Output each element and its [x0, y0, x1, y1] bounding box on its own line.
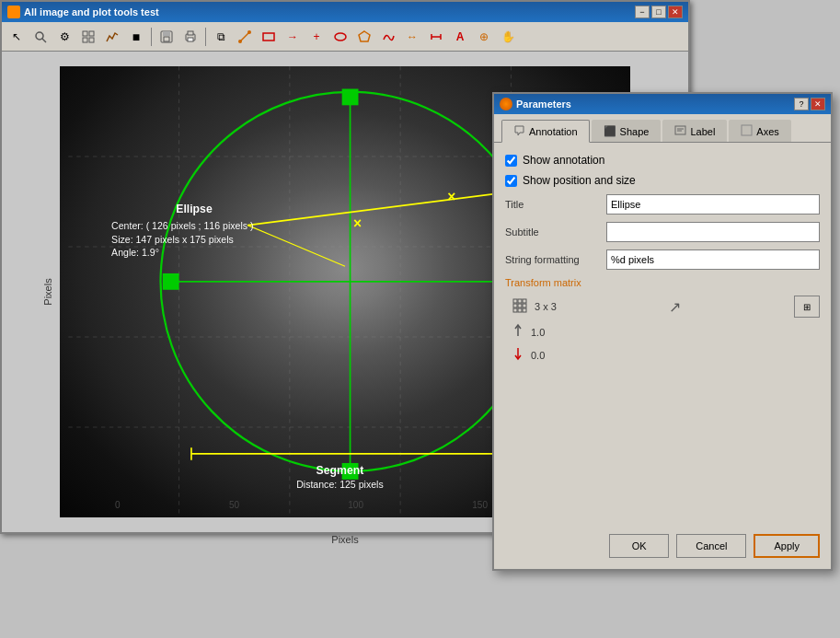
svg-point-16: [335, 33, 346, 41]
svg-rect-4: [83, 38, 87, 42]
show-annotation-label: Show annotation: [523, 154, 604, 167]
matrix-val2: 0.0: [531, 350, 545, 361]
svg-line-1: [42, 39, 46, 42]
tabs-row: Annotation ⬛ Shape Label Axes: [494, 114, 831, 143]
save-tool[interactable]: [155, 26, 178, 48]
magnify-tool[interactable]: [29, 26, 52, 48]
annotate-tool[interactable]: A: [449, 26, 471, 48]
svg-text:Size: 147 pixels x 175 pixels: Size: 147 pixels x 175 pixels: [111, 234, 234, 245]
line-tool[interactable]: [234, 26, 256, 48]
print-tool[interactable]: [179, 26, 201, 48]
x-tick-0: 0: [115, 500, 121, 510]
shape-tab-label: Shape: [620, 126, 650, 137]
string-formatting-label: String formatting: [505, 254, 606, 265]
settings-tool[interactable]: ⚙: [53, 26, 75, 48]
cross-tool[interactable]: +: [305, 26, 328, 48]
matrix-up-icon: [512, 323, 524, 341]
title-bar-left: All image and plot tools test: [7, 6, 159, 18]
tab-label[interactable]: Label: [662, 120, 727, 142]
transform-matrix-link[interactable]: Transform matrix: [505, 277, 820, 288]
measure-tool[interactable]: [425, 26, 447, 48]
color-tool[interactable]: ■: [125, 26, 147, 48]
svg-rect-54: [513, 299, 517, 303]
svg-rect-59: [523, 304, 526, 307]
svg-rect-10: [188, 31, 193, 35]
app-icon: [7, 6, 20, 18]
shape-tab-icon: ⬛: [604, 125, 616, 137]
matrix-expand-button[interactable]: ⊞: [794, 296, 820, 318]
params-dialog-icon: [500, 98, 512, 110]
cursor-tool[interactable]: ↖: [6, 26, 28, 48]
show-position-label: Show position and size: [523, 174, 636, 187]
cancel-button[interactable]: Cancel: [676, 534, 746, 558]
params-title-buttons: ? ✕: [794, 98, 825, 110]
maximize-button[interactable]: □: [651, 6, 666, 18]
freehand-tool[interactable]: [377, 26, 399, 48]
main-title-bar: All image and plot tools test − □ ✕: [2, 2, 688, 22]
ellipse-tool[interactable]: [329, 26, 351, 48]
svg-text:×: ×: [353, 215, 362, 231]
subtitle-input[interactable]: [606, 222, 820, 242]
poly-tool[interactable]: [353, 26, 375, 48]
matrix-grid-icon: [512, 298, 527, 316]
params-close-button[interactable]: ✕: [811, 98, 825, 110]
annotation-tab-icon: [513, 124, 525, 138]
show-annotation-row: Show annotation: [505, 154, 820, 167]
chart-tool[interactable]: [101, 26, 123, 48]
matrix-header: 3 x 3 ↗ ⊞: [505, 296, 820, 318]
tab-annotation[interactable]: Annotation: [501, 120, 590, 143]
svg-text:Ellipse: Ellipse: [176, 203, 213, 215]
params-help-button[interactable]: ?: [794, 98, 809, 110]
svg-rect-15: [263, 33, 274, 41]
show-annotation-checkbox[interactable]: [505, 155, 517, 167]
transform-section: Transform matrix: [505, 277, 820, 364]
cursor-indicator: ↗: [669, 298, 681, 316]
minimize-button[interactable]: −: [635, 6, 650, 18]
sep2: [205, 28, 206, 46]
pan-tool[interactable]: ✋: [497, 26, 519, 48]
show-position-checkbox[interactable]: [505, 175, 517, 187]
tab-axes[interactable]: Axes: [729, 120, 790, 142]
svg-rect-5: [89, 38, 94, 42]
svg-text:Distance: 125 pixels: Distance: 125 pixels: [296, 479, 384, 490]
rect-tool[interactable]: [258, 26, 280, 48]
label-tab-label: Label: [690, 126, 715, 137]
title-field-row: Title: [505, 194, 820, 215]
zoom-tool[interactable]: ⊕: [473, 26, 495, 48]
arrow-tool[interactable]: →: [282, 26, 304, 48]
copy-tool[interactable]: ⧉: [210, 26, 232, 48]
label-tab-icon: [674, 124, 686, 138]
svg-rect-3: [89, 31, 94, 36]
string-formatting-input[interactable]: [606, 249, 820, 270]
svg-rect-32: [342, 89, 359, 106]
string-formatting-row: String formatting: [505, 249, 820, 270]
matrix-header-left: 3 x 3: [512, 298, 557, 316]
params-dialog-title: Parameters: [516, 99, 571, 110]
svg-point-0: [36, 32, 43, 40]
svg-rect-7: [163, 31, 170, 36]
matrix-val1: 1.0: [531, 327, 545, 338]
svg-text:×: ×: [447, 189, 455, 204]
params-title-left: Parameters: [500, 98, 571, 110]
svg-rect-62: [523, 308, 526, 312]
apply-button[interactable]: Apply: [754, 534, 820, 558]
main-window-title: All image and plot tools test: [24, 6, 159, 17]
x-axis-label: Pixels: [331, 534, 358, 545]
svg-rect-58: [518, 304, 522, 307]
svg-text:Angle: 1.9°: Angle: 1.9°: [111, 247, 159, 258]
svg-point-13: [238, 40, 242, 43]
axes-tab-label: Axes: [756, 126, 778, 137]
subtitle-field-label: Subtitle: [505, 226, 606, 238]
segment-tool[interactable]: ↔: [401, 26, 423, 48]
matrix-row-2: 0.0: [505, 346, 820, 364]
ok-button[interactable]: OK: [609, 534, 669, 558]
svg-text:Segment: Segment: [316, 464, 364, 477]
close-button[interactable]: ✕: [668, 6, 683, 18]
title-input[interactable]: [606, 194, 820, 215]
svg-text:Center: ( 126 pixels ; 116 pix: Center: ( 126 pixels ; 116 pixels ): [111, 220, 253, 231]
svg-marker-17: [359, 31, 370, 41]
x-tick-100: 100: [348, 500, 363, 510]
params-title-bar: Parameters ? ✕: [494, 94, 831, 114]
tab-shape[interactable]: ⬛ Shape: [592, 120, 662, 142]
grid-tool[interactable]: [77, 26, 99, 48]
